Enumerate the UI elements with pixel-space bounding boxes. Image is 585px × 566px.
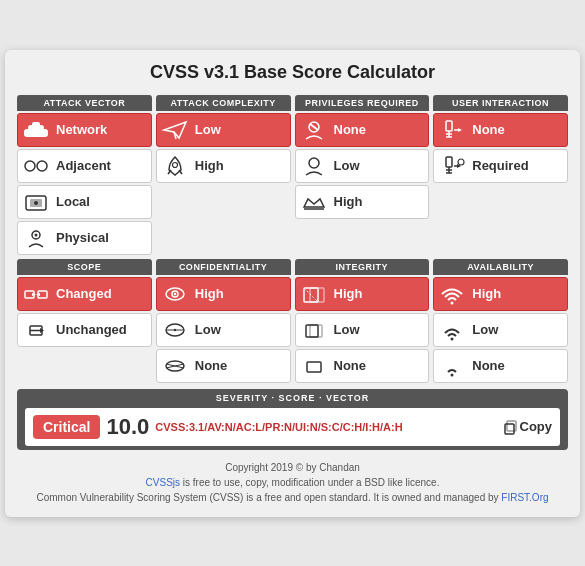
avail-none-button[interactable]: None: [433, 349, 568, 383]
svg-rect-6: [43, 133, 46, 137]
svg-rect-2: [32, 122, 40, 127]
integ-low-button[interactable]: Low: [295, 313, 430, 347]
avail-none-label: None: [472, 358, 505, 373]
av-physical-button[interactable]: Physical: [17, 221, 152, 255]
availability-header: AVAILABILITY: [433, 259, 568, 275]
scope-changed-icon: [22, 283, 50, 305]
ui-required-label: Required: [472, 158, 528, 173]
ui-required-icon: [438, 155, 466, 177]
conf-none-label: None: [195, 358, 228, 373]
av-local-button[interactable]: Local: [17, 185, 152, 219]
integ-none-button[interactable]: None: [295, 349, 430, 383]
severity-score: 10.0: [106, 414, 149, 440]
scope-column: SCOPE Changed: [17, 259, 152, 383]
pr-low-button[interactable]: Low: [295, 149, 430, 183]
ui-required-button[interactable]: Required: [433, 149, 568, 183]
availability-column: AVAILABILITY High: [433, 259, 568, 383]
integ-none-icon: [300, 355, 328, 377]
user-interaction-header: USER INTERACTION: [433, 95, 568, 111]
integ-none-label: None: [334, 358, 367, 373]
avail-low-label: Low: [472, 322, 498, 337]
conf-high-label: High: [195, 286, 224, 301]
physical-icon: [22, 227, 50, 249]
pr-high-icon: [300, 191, 328, 213]
avail-low-icon: [438, 319, 466, 341]
adjacent-icon: [22, 155, 50, 177]
svg-rect-50: [310, 288, 324, 302]
svg-point-55: [451, 301, 454, 304]
svg-point-13: [35, 233, 38, 236]
svg-line-16: [310, 124, 318, 130]
svg-point-57: [451, 373, 454, 376]
svg-point-7: [25, 161, 35, 171]
avail-high-icon: [438, 283, 466, 305]
privileges-required-header: PRIVILEGES REQUIRED: [295, 95, 430, 111]
footer-line3: Common Vulnerability Scoring System (CVS…: [17, 490, 568, 505]
scope-changed-label: Changed: [56, 286, 112, 301]
svg-point-56: [451, 337, 454, 340]
av-local-label: Local: [56, 194, 90, 209]
pr-high-label: High: [334, 194, 363, 209]
ui-none-button[interactable]: None: [433, 113, 568, 147]
confidentiality-header: CONFIDENTIALITY: [156, 259, 291, 275]
integrity-column: INTEGRITY High Low: [295, 259, 430, 383]
page-title: CVSS v3.1 Base Score Calculator: [17, 62, 568, 83]
ac-high-icon: [161, 155, 189, 177]
svg-rect-5: [38, 133, 41, 137]
svg-point-14: [172, 162, 177, 167]
network-icon: [22, 119, 50, 141]
attack-vector-header: ATTACK VECTOR: [17, 95, 152, 111]
svg-rect-54: [307, 362, 321, 372]
svg-rect-25: [446, 157, 452, 167]
svg-point-42: [174, 292, 176, 294]
ac-low-button[interactable]: Low: [156, 113, 291, 147]
severity-section: SEVERITY · SCORE · VECTOR Critical 10.0 …: [17, 389, 568, 450]
av-adjacent-label: Adjacent: [56, 158, 111, 173]
severity-row: Critical 10.0 CVSS:3.1/AV:N/AC:L/PR:N/UI…: [25, 408, 560, 446]
av-adjacent-button[interactable]: Adjacent: [17, 149, 152, 183]
svg-rect-4: [31, 133, 34, 137]
footer-line1: Copyright 2019 © by Chandan: [17, 460, 568, 475]
conf-none-button[interactable]: None: [156, 349, 291, 383]
integ-high-button[interactable]: High: [295, 277, 430, 311]
attack-complexity-header: ATTACK COMPLEXITY: [156, 95, 291, 111]
pr-none-icon: [300, 119, 328, 141]
footer-line2-text: Common Vulnerability Scoring System (CVS…: [36, 492, 501, 503]
conf-low-icon: [161, 319, 189, 341]
privileges-required-column: PRIVILEGES REQUIRED None: [295, 95, 430, 255]
pr-none-label: None: [334, 122, 367, 137]
avail-low-button[interactable]: Low: [433, 313, 568, 347]
conf-high-button[interactable]: High: [156, 277, 291, 311]
severity-vector: CVSS:3.1/AV:N/AC:L/PR:N/UI:N/S:C/C:H/I:H…: [155, 421, 495, 433]
integ-high-label: High: [334, 286, 363, 301]
cvssjs-link[interactable]: CVSSjs: [146, 477, 180, 488]
ac-high-button[interactable]: High: [156, 149, 291, 183]
scope-unchanged-button[interactable]: Unchanged: [17, 313, 152, 347]
copy-label: Copy: [520, 419, 553, 434]
severity-badge: Critical: [33, 415, 100, 439]
pr-none-button[interactable]: None: [295, 113, 430, 147]
scope-changed-button[interactable]: Changed: [17, 277, 152, 311]
svg-rect-3: [26, 133, 29, 137]
avail-none-icon: [438, 355, 466, 377]
conf-none-icon: [161, 355, 189, 377]
svg-point-32: [458, 159, 464, 165]
conf-low-label: Low: [195, 322, 221, 337]
conf-high-icon: [161, 283, 189, 305]
avail-high-button[interactable]: High: [433, 277, 568, 311]
integ-high-icon: [300, 283, 328, 305]
svg-rect-53: [310, 325, 322, 337]
integ-low-label: Low: [334, 322, 360, 337]
conf-low-button[interactable]: Low: [156, 313, 291, 347]
first-org-link[interactable]: FIRST.Org: [501, 492, 548, 503]
local-icon: [22, 191, 50, 213]
av-network-button[interactable]: Network: [17, 113, 152, 147]
calculator-container: CVSS v3.1 Base Score Calculator ATTACK V…: [5, 50, 580, 517]
svg-point-8: [37, 161, 47, 171]
integ-low-icon: [300, 319, 328, 341]
av-network-label: Network: [56, 122, 107, 137]
copy-button[interactable]: Copy: [502, 419, 553, 435]
pr-high-button[interactable]: High: [295, 185, 430, 219]
ac-low-label: Low: [195, 122, 221, 137]
scope-header: SCOPE: [17, 259, 152, 275]
